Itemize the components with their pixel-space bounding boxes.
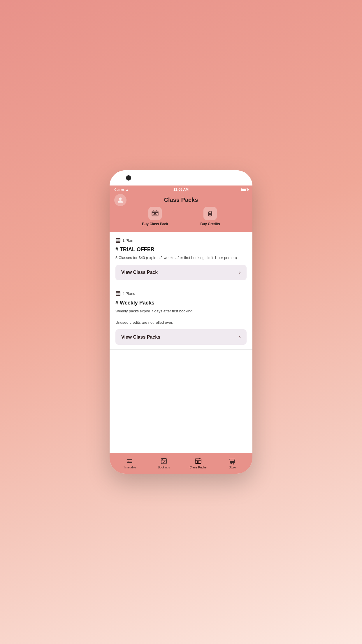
view-class-pack-chevron: › — [239, 270, 241, 276]
nav-item-bookings[interactable]: Bookings — [147, 457, 181, 469]
weekly-plan-badge: 4 Plans — [115, 291, 247, 296]
buy-credits-icon-wrap — [203, 207, 217, 220]
nav-item-class-packs[interactable]: Class Packs — [181, 457, 215, 469]
carrier-text: Carrier — [114, 188, 124, 191]
nav-label-class-packs: Class Packs — [190, 466, 207, 469]
status-left: Carrier ▲ — [114, 188, 129, 191]
app-content: 1 Plan # TRIAL OFFER 5 Classes for $40 (… — [110, 232, 252, 453]
view-class-packs-button[interactable]: View Class Packs › — [115, 329, 247, 345]
nav-label-timetable: Timetable — [123, 466, 136, 469]
nav-item-store[interactable]: Store — [215, 457, 250, 469]
svg-point-4 — [208, 212, 212, 214]
avatar-button[interactable] — [114, 194, 126, 206]
svg-rect-10 — [118, 293, 120, 295]
trial-plan-count: 1 Plan — [122, 238, 133, 243]
battery-container — [241, 188, 248, 191]
svg-rect-17 — [161, 459, 166, 464]
status-time: 11:09 AM — [173, 188, 189, 192]
nav-label-bookings: Bookings — [158, 466, 170, 469]
battery-fill — [242, 189, 246, 191]
nav-item-timetable[interactable]: Timetable — [113, 457, 147, 469]
bookings-icon — [160, 457, 168, 465]
bottom-nav: Timetable Bookings — [110, 453, 252, 474]
svg-point-16 — [128, 462, 129, 463]
svg-rect-9 — [116, 293, 118, 295]
trial-plan-badge: 1 Plan — [115, 238, 247, 243]
svg-rect-6 — [116, 239, 118, 242]
battery-icon — [241, 188, 248, 191]
weekly-desc: Weekly packs expire 7 days after first b… — [115, 308, 247, 326]
svg-rect-7 — [118, 239, 120, 242]
phone-shell: Carrier ▲ 11:09 AM Class Packs — [110, 170, 252, 474]
phone-top-bar — [110, 170, 252, 186]
buy-class-pack-label: Buy Class Pack — [142, 222, 168, 226]
svg-point-21 — [233, 463, 234, 464]
svg-point-15 — [128, 461, 129, 462]
class-packs-icon — [194, 457, 202, 465]
buy-credits-label: Buy Credits — [200, 222, 220, 226]
header-top: Class Packs — [114, 197, 248, 203]
weekly-plan-count: 4 Plans — [122, 291, 135, 296]
nav-label-store: Store — [229, 466, 236, 469]
app-header: Class Packs Buy Class Pack — [110, 194, 252, 232]
store-icon — [229, 457, 236, 465]
plan-badge-icon-weekly — [115, 291, 121, 296]
buy-credits-icon — [206, 209, 214, 218]
view-class-packs-label: View Class Packs — [121, 335, 160, 340]
view-class-packs-chevron: › — [239, 334, 241, 340]
buy-class-pack-icon-wrap — [148, 207, 162, 220]
camera-dot — [126, 175, 131, 181]
avatar-icon — [117, 196, 124, 204]
view-class-pack-button[interactable]: View Class Pack › — [115, 265, 247, 280]
buy-credits-item[interactable]: Buy Credits — [200, 207, 220, 226]
wifi-icon: ▲ — [126, 188, 129, 191]
status-bar: Carrier ▲ 11:09 AM — [110, 186, 252, 194]
weekly-section: 4 Plans # Weekly Packs Weekly packs expi… — [110, 285, 252, 350]
plan-badge-icon-trial — [115, 238, 121, 243]
svg-point-3 — [208, 211, 212, 215]
timetable-icon — [126, 457, 133, 465]
svg-point-0 — [119, 197, 122, 200]
view-class-pack-label: View Class Pack — [121, 270, 158, 275]
trial-section: 1 Plan # TRIAL OFFER 5 Classes for $40 (… — [110, 232, 252, 285]
weekly-title: # Weekly Packs — [115, 300, 247, 306]
buy-class-pack-item[interactable]: Buy Class Pack — [142, 207, 168, 226]
svg-point-20 — [231, 463, 232, 464]
buy-class-pack-icon — [151, 209, 159, 218]
svg-point-2 — [154, 213, 156, 215]
page-title: Class Packs — [164, 197, 198, 203]
header-actions: Buy Class Pack Buy Credits — [114, 207, 248, 226]
trial-desc: 5 Classes for $40 (expires 2 weeks after… — [115, 255, 247, 261]
trial-title: # TRIAL OFFER — [115, 246, 247, 253]
svg-point-14 — [128, 459, 129, 460]
